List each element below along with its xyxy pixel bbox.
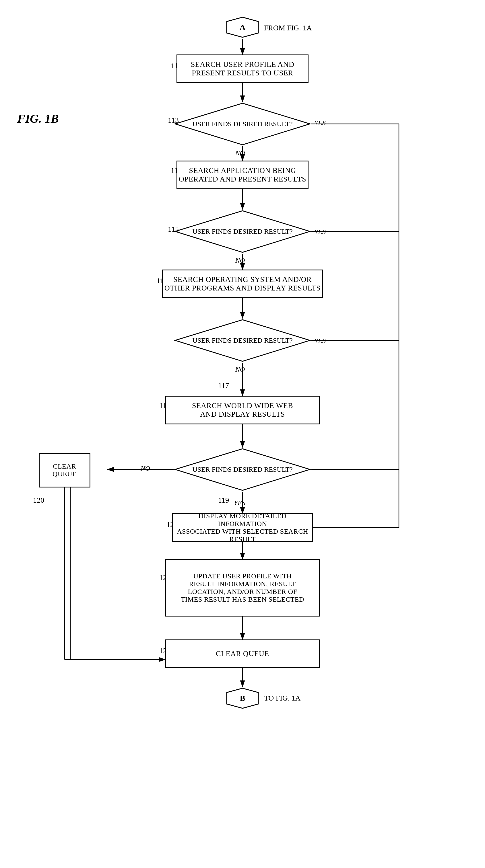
box-122: UPDATE USER PROFILE WITH RESULT INFORMAT… [165, 559, 320, 617]
box-114-text: SEARCH APPLICATION BEING OPERATED AND PR… [179, 166, 306, 184]
box-116-text: SEARCH OPERATING SYSTEM AND/OR OTHER PRO… [165, 275, 320, 292]
no-113: NO [235, 149, 245, 157]
diamond-113: USER FINDS DESIRED RESULT? [174, 102, 311, 146]
diamond-115-text: USER FINDS DESIRED RESULT? [192, 227, 292, 236]
box-123: CLEAR QUEUE [165, 640, 320, 668]
box-121: DISPLAY MORE DETAILED INFORMATION ASSOCI… [172, 513, 313, 542]
diamond-116d-text: USER FINDS DESIRED RESULT? [192, 336, 292, 345]
diamond-115: USER FINDS DESIRED RESULT? [174, 209, 311, 254]
to-fig-label: TO FIG. 1A [264, 694, 301, 703]
step-117-label: 117 [218, 381, 229, 390]
box-118-text: SEARCH WORLD WIDE WEB AND DISPLAY RESULT… [192, 401, 293, 418]
yes-113: YES [314, 119, 326, 127]
box-120-text: CLEAR QUEUE [53, 463, 77, 478]
step-119-label: 119 [218, 496, 229, 505]
box-112-text: SEARCH USER PROFILE AND PRESENT RESULTS … [191, 60, 294, 78]
no-116d: NO [235, 366, 245, 373]
box-116: SEARCH OPERATING SYSTEM AND/OR OTHER PRO… [162, 270, 323, 298]
box-123-text: CLEAR QUEUE [216, 650, 269, 658]
box-112: SEARCH USER PROFILE AND PRESENT RESULTS … [176, 55, 309, 83]
diamond-119: USER FINDS DESIRED RESULT? [174, 447, 311, 492]
diamond-113-text: USER FINDS DESIRED RESULT? [192, 120, 292, 128]
terminal-a-label: A [239, 23, 246, 32]
box-118: SEARCH WORLD WIDE WEB AND DISPLAY RESULT… [165, 396, 320, 424]
box-120: CLEAR QUEUE [39, 453, 90, 488]
terminal-b: B [225, 687, 260, 710]
diamond-119-text: USER FINDS DESIRED RESULT? [192, 465, 292, 474]
terminal-a: A [225, 16, 260, 39]
figure-label: FIG. 1B [17, 112, 59, 126]
terminal-b-label: B [240, 694, 246, 703]
no-115: NO [235, 257, 245, 265]
yes-119: YES [234, 499, 246, 507]
flowchart-container: A FROM FIG. 1A 112 SEARCH USER PROFILE A… [0, 0, 485, 868]
step-120-label: 120 [33, 496, 44, 505]
yes-116d: YES [314, 337, 326, 345]
step-115-label: 115 [168, 225, 179, 234]
box-122-text: UPDATE USER PROFILE WITH RESULT INFORMAT… [181, 572, 304, 603]
diamond-116d: USER FINDS DESIRED RESULT? [174, 318, 311, 363]
step-113-label: 113 [168, 116, 179, 125]
box-114: SEARCH APPLICATION BEING OPERATED AND PR… [176, 161, 309, 189]
yes-115: YES [314, 228, 326, 236]
no-119: NO [141, 465, 150, 472]
box-121-text: DISPLAY MORE DETAILED INFORMATION ASSOCI… [173, 512, 312, 543]
from-fig-label: FROM FIG. 1A [264, 24, 312, 32]
